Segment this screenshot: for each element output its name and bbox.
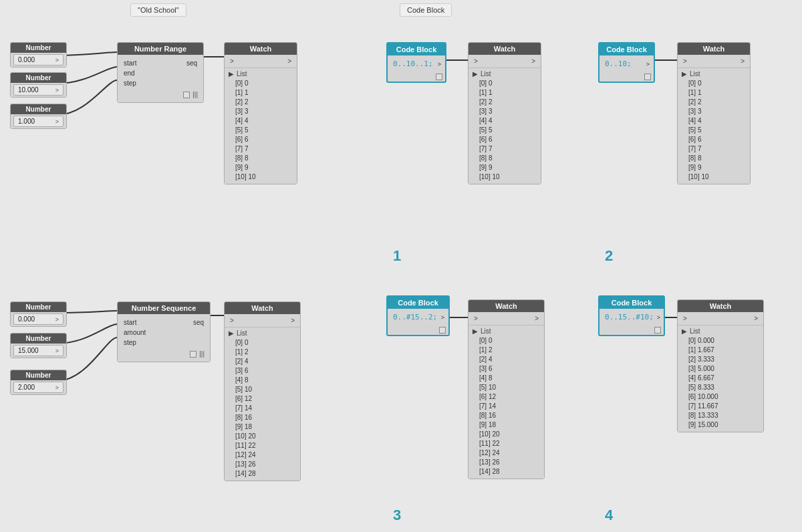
- number-node-3-value[interactable]: 1.000 >: [13, 116, 63, 127]
- cb4-checkbox[interactable]: [654, 327, 661, 334]
- number-node-3-body: 1.000 >: [11, 114, 66, 128]
- number-node-6: Number 2.000 >: [10, 370, 67, 395]
- watch-node-2-list: ▶List [0] 0 [1] 1 [2] 2 [3] 3 [4] 4 [5] …: [469, 68, 541, 184]
- number-node-4-value[interactable]: 0.000 >: [13, 313, 63, 325]
- number-node-6-body: 2.000 >: [11, 380, 66, 394]
- watch-node-4: Watch > > ▶List [0] 0 [1] 2 [2] 4 [3] 6 …: [224, 301, 301, 481]
- watch-node-1-top: > >: [225, 55, 297, 68]
- number-range-header: Number Range: [118, 43, 203, 55]
- number-node-1-body: 0.000 >: [11, 53, 66, 67]
- number-node-1: Number 0.000 >: [10, 42, 67, 68]
- watch-node-1: Watch > > ▶List [0] 0 [1] 1 [2] 2 [3] 3 …: [224, 42, 297, 184]
- cb1-code[interactable]: 0..10..1;: [392, 58, 434, 70]
- number-node-4-body: 0.000 >: [11, 312, 66, 326]
- code-block-node-4: Code Block 0..15..#10; >: [598, 295, 665, 336]
- ns-checkbox[interactable]: [190, 351, 196, 358]
- cb2-body: 0..10; >: [599, 55, 654, 72]
- callout-4: 4: [605, 507, 613, 524]
- watch-node-3-top: > >: [678, 55, 750, 68]
- code-block-node-1: Code Block 0..10..1; >: [386, 42, 446, 83]
- watch-node-2-top: > >: [469, 55, 541, 68]
- arrow-icon-6: >: [55, 384, 59, 391]
- watch-node-5-header: Watch: [469, 300, 544, 312]
- cb3-arrow: >: [441, 314, 444, 321]
- number-node-2-body: 10.000 >: [11, 83, 66, 97]
- arrow-icon-3: >: [55, 118, 59, 125]
- code-block-label: Code Block: [400, 3, 452, 17]
- watch-node-3: Watch > > ▶List [0] 0 [1] 1 [2] 2 [3] 3 …: [677, 42, 751, 184]
- watch-node-3-header: Watch: [678, 43, 750, 55]
- code-block-node-3: Code Block 0..#15..2; >: [386, 295, 450, 336]
- number-node-4-header: Number: [11, 302, 66, 312]
- number-sequence-node: Number Sequence start seq amount step ||…: [117, 301, 211, 362]
- watch-node-6-header: Watch: [678, 300, 763, 312]
- number-node-3: Number 1.000 >: [10, 104, 67, 129]
- cb2-code[interactable]: 0..10;: [604, 58, 633, 70]
- watch-node-2: Watch > > ▶List [0] 0 [1] 1 [2] 2 [3] 3 …: [468, 42, 541, 184]
- number-node-2-value[interactable]: 10.000 >: [13, 84, 63, 96]
- number-node-5-header: Number: [11, 334, 66, 344]
- code-block-node-2: Code Block 0..10; >: [598, 42, 655, 83]
- nr-wave-icon: |||: [192, 91, 198, 98]
- number-node-5-body: 15.000 >: [11, 344, 66, 358]
- number-node-4: Number 0.000 >: [10, 301, 67, 327]
- arrow-icon-4: >: [55, 316, 59, 323]
- watch-node-2-header: Watch: [469, 43, 541, 55]
- callout-1: 1: [393, 247, 401, 265]
- number-range-body: start seq end step |||: [118, 55, 203, 102]
- cb2-checkbox[interactable]: [644, 74, 651, 80]
- number-node-2-header: Number: [11, 73, 66, 83]
- number-node-6-header: Number: [11, 370, 66, 380]
- arrow-icon-2: >: [55, 87, 59, 94]
- watch-node-5-top: > >: [469, 312, 544, 325]
- cb4-header: Code Block: [599, 297, 664, 309]
- cb4-code[interactable]: 0..15..#10;: [604, 311, 655, 323]
- cb1-arrow: >: [438, 61, 441, 68]
- number-sequence-body: start seq amount step |||: [118, 314, 210, 362]
- cb3-code[interactable]: 0..#15..2;: [392, 311, 438, 323]
- watch-node-5: Watch > > ▶List [0] 0 [1] 2 [2] 4 [3] 6 …: [468, 299, 545, 479]
- callout-2: 2: [605, 247, 613, 265]
- arrow-icon-5: >: [55, 348, 59, 354]
- cb1-header: Code Block: [388, 43, 445, 55]
- watch-node-4-header: Watch: [225, 302, 300, 314]
- arrow-icon-1: >: [55, 57, 59, 63]
- watch-node-6-list: ▶List [0] 0.000 [1] 1.667 [2] 3.333 [3] …: [678, 325, 763, 432]
- number-node-2: Number 10.000 >: [10, 72, 67, 98]
- cb2-arrow: >: [646, 61, 650, 68]
- cb3-header: Code Block: [388, 297, 448, 309]
- watch-node-5-list: ▶List [0] 0 [1] 2 [2] 4 [3] 6 [4] 8 [5] …: [469, 325, 544, 479]
- callout-3: 3: [393, 507, 401, 524]
- watch-node-4-list: ▶List [0] 0 [1] 2 [2] 4 [3] 6 [4] 8 [5] …: [225, 327, 300, 481]
- watch-node-1-list: ▶List [0] 0 [1] 1 [2] 2 [3] 3 [4] 4 [5] …: [225, 68, 297, 184]
- cb2-header: Code Block: [599, 43, 654, 55]
- watch-node-1-header: Watch: [225, 43, 297, 55]
- watch-node-4-top: > >: [225, 314, 300, 327]
- number-node-6-value[interactable]: 2.000 >: [13, 382, 63, 393]
- number-node-3-header: Number: [11, 104, 66, 114]
- cb4-arrow: >: [657, 314, 660, 321]
- nr-checkbox[interactable]: [183, 92, 190, 98]
- number-node-5: Number 15.000 >: [10, 333, 67, 358]
- cb3-checkbox[interactable]: [439, 327, 446, 334]
- watch-node-3-list: ▶List [0] 0 [1] 1 [2] 2 [3] 3 [4] 4 [5] …: [678, 68, 750, 184]
- watch-node-6-top: > >: [678, 312, 763, 325]
- number-sequence-header: Number Sequence: [118, 302, 210, 314]
- old-school-label: "Old School": [130, 3, 186, 17]
- number-node-5-value[interactable]: 15.000 >: [13, 345, 63, 356]
- number-node-1-header: Number: [11, 43, 66, 53]
- cb4-body: 0..15..#10; >: [599, 309, 664, 325]
- cb1-checkbox[interactable]: [436, 74, 442, 80]
- cb3-body: 0..#15..2; >: [388, 309, 448, 325]
- ns-wave-icon: |||: [199, 350, 205, 358]
- number-node-1-value[interactable]: 0.000 >: [13, 54, 63, 65]
- number-range-node: Number Range start seq end step |||: [117, 42, 204, 103]
- watch-node-6: Watch > > ▶List [0] 0.000 [1] 1.667 [2] …: [677, 299, 764, 432]
- cb1-body: 0..10..1; >: [388, 55, 445, 72]
